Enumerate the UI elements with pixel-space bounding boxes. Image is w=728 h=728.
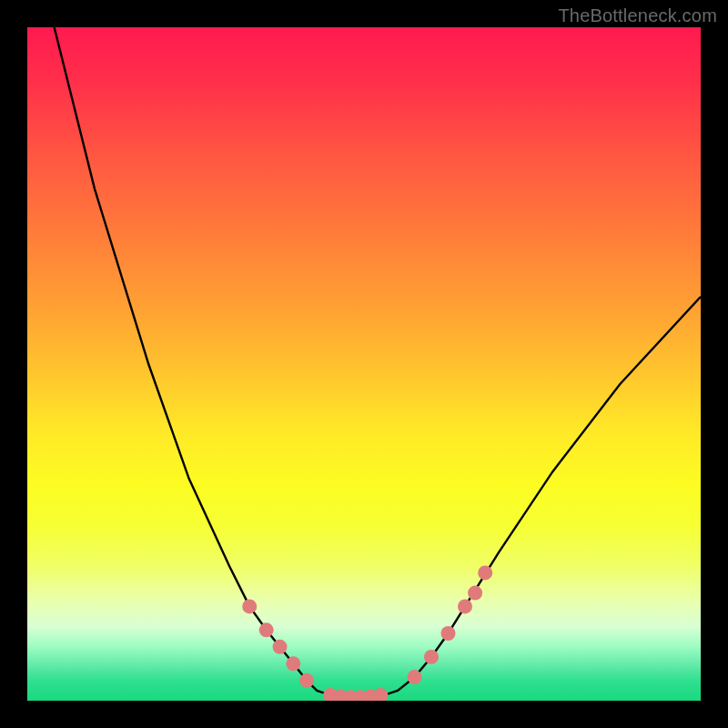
data-marker [408,670,422,684]
plot-area [27,27,701,701]
data-marker [424,650,439,664]
watermark-text: TheBottleneck.com [558,5,717,26]
data-marker [273,640,288,654]
data-markers [242,565,492,701]
data-marker [374,688,389,701]
chart-svg [27,27,701,701]
chart-frame: TheBottleneck.com [0,0,728,728]
data-marker [478,565,492,580]
bottleneck-curve [55,27,701,698]
data-marker [458,599,472,613]
data-marker [286,656,300,671]
data-marker [299,673,314,688]
data-marker [468,586,482,601]
data-marker [259,622,274,637]
data-marker [242,599,257,613]
data-marker [441,626,456,641]
